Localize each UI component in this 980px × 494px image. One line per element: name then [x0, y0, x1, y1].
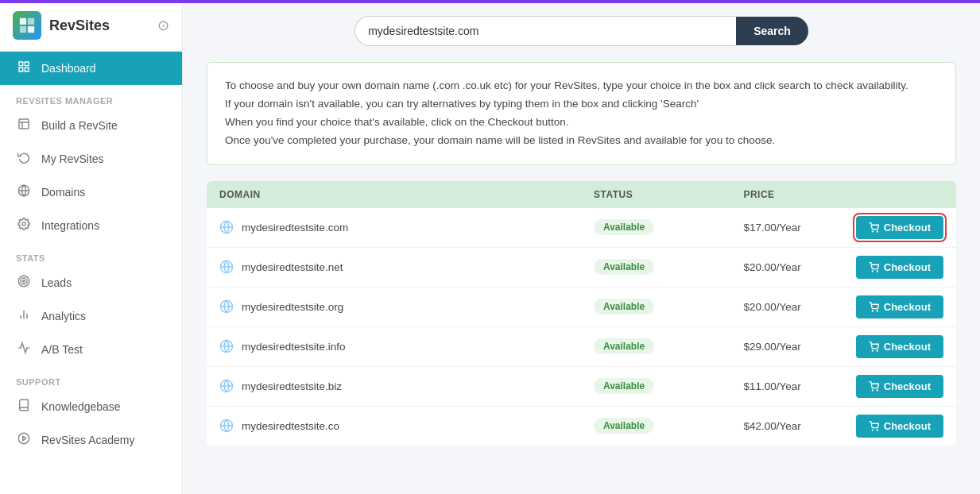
- sidebar-item-label: A/B Test: [41, 343, 83, 356]
- search-input[interactable]: [354, 16, 736, 46]
- section-label-stats: Stats: [0, 242, 182, 266]
- svg-rect-2: [20, 26, 26, 33]
- domain-name: mydesiredtestsite.co: [242, 420, 339, 432]
- sidebar-item-integrations[interactable]: Integrations: [0, 209, 182, 242]
- activity-icon: [16, 342, 32, 357]
- col-header-price: PRICE: [730, 181, 842, 208]
- svg-point-23: [872, 271, 873, 272]
- domain-cell: mydesiredtestsite.biz: [207, 366, 581, 406]
- svg-rect-4: [19, 62, 23, 66]
- domain-table: DOMAIN STATUS PRICE mydesiredtestsite.co…: [207, 181, 956, 446]
- checkout-button[interactable]: Checkout: [856, 256, 943, 279]
- action-cell: Checkout: [843, 406, 956, 446]
- sidebar-item-ab-test[interactable]: A/B Test: [0, 333, 182, 366]
- action-cell: Checkout: [843, 287, 956, 326]
- table-row: mydesiredtestsite.com Available$17.00/Ye…: [207, 208, 956, 248]
- price-cell: $29.00/Year: [730, 326, 842, 366]
- globe-row-icon: [219, 339, 234, 353]
- checkout-button[interactable]: Checkout: [856, 415, 943, 438]
- logo-icon: [13, 11, 41, 40]
- status-cell: Available: [581, 247, 730, 287]
- svg-point-24: [877, 271, 877, 272]
- sidebar-item-build-revsite[interactable]: Build a RevSite: [0, 109, 182, 142]
- cart-icon: [869, 421, 879, 431]
- cart-icon: [869, 222, 879, 233]
- sidebar-item-knowledgebase[interactable]: Knowledgebase: [0, 390, 182, 423]
- domain-name: mydesiredtestsite.com: [242, 222, 348, 233]
- globe-row-icon: [219, 220, 234, 234]
- cart-icon: [869, 381, 879, 392]
- grid-icon: [16, 60, 32, 76]
- sidebar-item-label: RevSites Academy: [41, 434, 135, 446]
- domain-cell: mydesiredtestsite.com: [207, 208, 581, 248]
- price-cell: $42.00/Year: [730, 406, 842, 446]
- sidebar-item-label: Analytics: [41, 310, 86, 322]
- svg-point-27: [877, 311, 877, 311]
- table-row: mydesiredtestsite.org Available$20.00/Ye…: [207, 287, 956, 326]
- globe-row-icon: [219, 299, 234, 314]
- target-icon[interactable]: ⊙: [157, 17, 169, 34]
- table-row: mydesiredtestsite.net Available$20.00/Ye…: [207, 247, 956, 287]
- sidebar-item-dashboard[interactable]: Dashboard: [0, 52, 182, 85]
- sidebar-item-domains[interactable]: Domains: [0, 176, 182, 209]
- checkout-button[interactable]: Checkout: [856, 295, 943, 318]
- domain-cell: mydesiredtestsite.net: [207, 247, 581, 287]
- action-cell: Checkout: [843, 208, 956, 248]
- info-line-3: When you find your choice that's availab…: [225, 114, 938, 132]
- sidebar-item-label: Dashboard: [41, 62, 96, 75]
- status-badge: Available: [594, 338, 654, 354]
- refresh-icon: [16, 151, 32, 167]
- checkout-button[interactable]: Checkout: [856, 375, 943, 398]
- svg-rect-3: [28, 26, 34, 33]
- status-cell: Available: [581, 208, 730, 248]
- sidebar-item-revsites-academy[interactable]: RevSites Academy: [0, 423, 182, 457]
- logo-area: RevSites ⊙: [0, 0, 182, 52]
- svg-point-29: [872, 350, 873, 351]
- status-cell: Available: [581, 366, 730, 406]
- status-cell: Available: [581, 406, 730, 446]
- cart-icon: [869, 262, 879, 272]
- sidebar-item-label: Integrations: [41, 219, 99, 232]
- target-nav-icon: [16, 275, 32, 291]
- globe-icon: [16, 184, 32, 200]
- svg-point-36: [877, 430, 877, 430]
- search-button[interactable]: Search: [736, 17, 808, 45]
- col-header-action: [843, 181, 956, 208]
- price-cell: $20.00/Year: [730, 247, 842, 287]
- domain-search-form: Search: [354, 16, 808, 46]
- checkout-button[interactable]: Checkout: [856, 216, 943, 239]
- table-row: mydesiredtestsite.co Available$42.00/Yea…: [207, 406, 956, 446]
- globe-row-icon: [219, 419, 234, 433]
- action-cell: Checkout: [843, 247, 956, 287]
- status-cell: Available: [581, 326, 730, 366]
- sidebar: RevSites ⊙ Dashboard Revsites Manager Bu…: [0, 0, 183, 494]
- sidebar-item-analytics[interactable]: Analytics: [0, 299, 182, 333]
- table-row: mydesiredtestsite.biz Available$11.00/Ye…: [207, 366, 956, 406]
- layout-icon: [16, 118, 32, 133]
- section-label-manager: Revsites Manager: [0, 85, 182, 109]
- price-cell: $17.00/Year: [730, 208, 842, 248]
- svg-point-33: [877, 390, 877, 391]
- settings-icon: [16, 218, 32, 233]
- status-cell: Available: [581, 287, 730, 326]
- sidebar-item-my-revsites[interactable]: My RevSites: [0, 142, 182, 176]
- svg-point-35: [872, 430, 873, 430]
- app-name: RevSites: [49, 17, 110, 34]
- domain-cell: mydesiredtestsite.co: [207, 406, 581, 446]
- col-header-status: STATUS: [581, 181, 730, 208]
- price-cell: $20.00/Year: [730, 287, 842, 326]
- sidebar-item-label: Knowledgebase: [41, 400, 121, 413]
- svg-point-17: [18, 433, 29, 443]
- svg-rect-5: [25, 62, 29, 66]
- bar-chart-icon: [16, 308, 32, 324]
- top-bar: Search: [207, 16, 956, 46]
- domain-name: mydesiredtestsite.net: [242, 261, 343, 273]
- action-cell: Checkout: [843, 326, 956, 366]
- checkout-button[interactable]: Checkout: [856, 335, 943, 358]
- domain-name: mydesiredtestsite.org: [242, 301, 343, 313]
- svg-point-32: [872, 390, 873, 391]
- col-header-domain: DOMAIN: [207, 181, 581, 208]
- status-badge: Available: [594, 418, 654, 434]
- sidebar-item-leads[interactable]: Leads: [0, 266, 182, 299]
- status-badge: Available: [594, 299, 654, 315]
